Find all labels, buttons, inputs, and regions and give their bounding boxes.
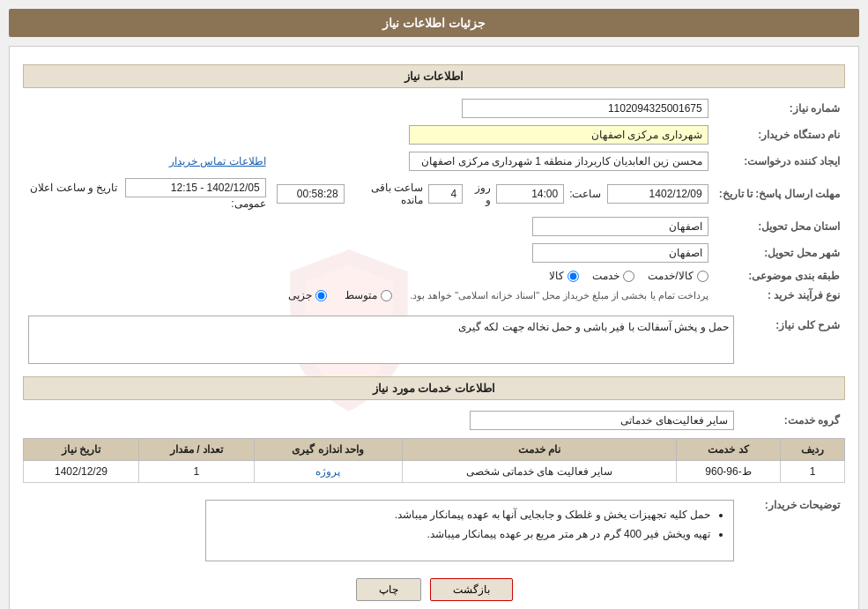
section1-title: اطلاعات نیاز [23, 64, 845, 88]
buyer-notes-table: توضیحات خریدار: حمل کلیه تجهیزات یخش و غ… [23, 492, 845, 565]
radio-medium[interactable] [381, 290, 392, 301]
org-name-value: شهرداری مرکزی اصفهان [271, 122, 714, 148]
city-input: اصفهان [532, 243, 708, 263]
col-unit: واحد اندازه گیری [254, 439, 402, 461]
process-label: نوع فرآیند خرید : [714, 286, 845, 305]
process-medium-label: متوسط [345, 289, 377, 301]
org-name-label: نام دستگاه خریدار: [714, 122, 845, 148]
page-title: جزئیات اطلاعات نیاز [9, 9, 859, 37]
cell-name: سایر فعالیت های خدماتی شخصی [402, 461, 677, 483]
announce-value: 1402/12/05 - 12:15 [125, 178, 266, 197]
col-count: تعداد / مقدار [138, 439, 254, 461]
process-desc: پرداخت تمام یا بخشی از مبلغ خریداز محل "… [410, 290, 708, 301]
days-label: روز و [468, 182, 491, 206]
category-radio-kala-khedmat[interactable]: کالا/خدمت [648, 270, 708, 282]
province-label: استان محل تحویل: [714, 213, 845, 240]
cell-row-num: 1 [780, 461, 844, 483]
category-radio1-label: کالا [549, 270, 564, 282]
service-group-label: گروه خدمت: [739, 407, 845, 434]
radio-kala[interactable] [568, 271, 579, 282]
creator-contact-link[interactable]: اطلاعات تماس خریدار [169, 155, 266, 167]
send-deadline-row: 1402/12/09 ساعت: 14:00 روز و 4 ساعت باقی… [271, 175, 714, 213]
buyer-notes-list: حمل کلیه تجهیزات یخش و غلطک و جابجایی آن… [211, 506, 728, 544]
org-name-input: شهرداری مرکزی اصفهان [409, 125, 708, 145]
send-deadline-label: مهلت ارسال پاسخ: تا تاریخ: [714, 175, 845, 213]
creator-value: محسن زین العابدیان کاربرداز منطقه 1 شهرد… [271, 148, 714, 175]
category-radio2-label: خدمت [592, 270, 619, 282]
list-item: حمل کلیه تجهیزات یخش و غلطک و جابجایی آن… [211, 506, 710, 525]
need-desc-label: شرح کلی نیاز: [739, 312, 845, 368]
radio-partial[interactable] [315, 290, 327, 301]
process-partial-label: جزیی [288, 289, 312, 301]
services-table: ردیف کد خدمت نام خدمت واحد اندازه گیری ت… [23, 438, 845, 483]
cell-unit: پروژه [254, 461, 402, 483]
process-radio-medium[interactable]: متوسط [345, 289, 392, 301]
info-table: شماره نیاز: 1102094325001675 نام دستگاه … [23, 95, 845, 305]
cell-code: ط-96-960 [677, 461, 781, 483]
buyer-notes-content: حمل کلیه تجهیزات یخش و غلطک و جابجایی آن… [205, 500, 734, 561]
back-button[interactable]: بازگشت [430, 578, 513, 601]
service-group-table: گروه خدمت: سایر فعالیت‌های خدماتی [23, 407, 845, 434]
time-label: ساعت: [569, 188, 601, 200]
col-row-num: ردیف [780, 439, 844, 461]
radio-kala-khedmat[interactable] [697, 271, 708, 282]
province-value: اصفهان [271, 213, 714, 240]
print-button[interactable]: چاپ [356, 578, 421, 601]
services-section: ردیف کد خدمت نام خدمت واحد اندازه گیری ت… [23, 438, 845, 483]
list-item: تهیه ویخش فیر 400 گرم در هر متر مربع بر … [211, 525, 710, 545]
time-input: 14:00 [496, 184, 564, 204]
need-number-value: 1102094325001675 [271, 95, 714, 122]
date-input: 1402/12/09 [607, 184, 708, 204]
col-date: تاریخ نیاز [24, 439, 139, 461]
city-label: شهر محل تحویل: [714, 240, 845, 266]
remaining-input: 00:58:28 [277, 184, 345, 204]
need-desc-input: حمل و پخش آسفالت با فیر باشی و حمل نخاله… [28, 316, 734, 364]
table-row: 1 ط-96-960 سایر فعالیت های خدماتی شخصی پ… [24, 461, 845, 483]
category-radio-kala[interactable]: کالا [549, 270, 579, 282]
category-radios: کالا/خدمت خدمت کالا [271, 266, 714, 286]
remaining-label: ساعت باقی مانده [350, 182, 424, 206]
radio-khedmat[interactable] [623, 271, 634, 282]
col-code: کد خدمت [677, 439, 781, 461]
category-radio-khedmat[interactable]: خدمت [592, 270, 634, 282]
province-input: اصفهان [532, 217, 708, 236]
button-row: بازگشت چاپ [23, 578, 845, 601]
need-number-input: 1102094325001675 [462, 99, 708, 118]
creator-label: ایجاد کننده درخواست: [714, 148, 845, 175]
section2-title: اطلاعات خدمات مورد نیاز [23, 376, 845, 400]
cell-count: 1 [138, 461, 254, 483]
category-radio3-label: کالا/خدمت [648, 270, 693, 282]
service-group-input: سایر فعالیت‌های خدماتی [470, 411, 734, 430]
days-input: 4 [428, 184, 463, 204]
buyer-notes-label: توضیحات خریدار: [739, 492, 845, 565]
col-name: نام خدمت [402, 439, 677, 461]
cell-date: 1402/12/29 [24, 461, 139, 483]
category-label: طبقه بندی موضوعی: [714, 266, 845, 286]
need-number-label: شماره نیاز: [714, 95, 845, 122]
process-row: پرداخت تمام یا بخشی از مبلغ خریداز محل "… [23, 286, 714, 305]
need-desc-table: شرح کلی نیاز: حمل و پخش آسفالت با فیر با… [23, 312, 845, 368]
creator-input: محسن زین العابدیان کاربرداز منطقه 1 شهرد… [409, 152, 708, 171]
process-radio-partial[interactable]: جزیی [288, 289, 327, 301]
city-value: اصفهان [271, 240, 714, 266]
